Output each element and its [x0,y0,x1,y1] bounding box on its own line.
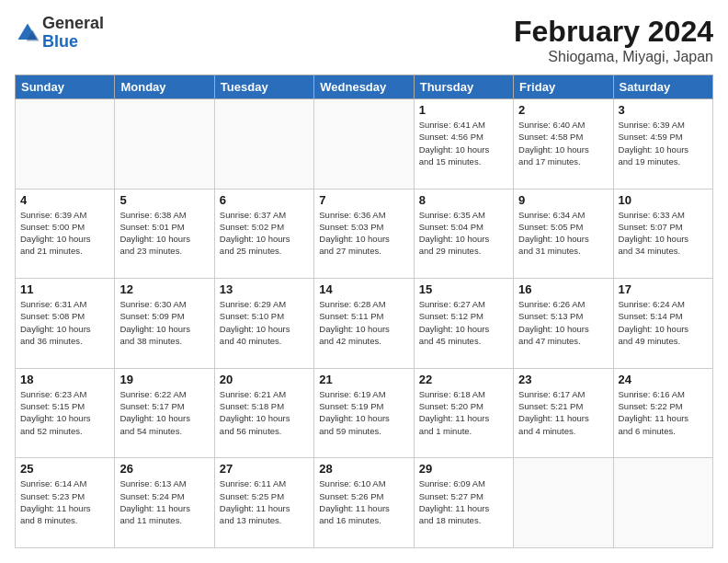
day-cell: 28Sunrise: 6:10 AM Sunset: 5:26 PM Dayli… [314,458,414,548]
day-cell: 6Sunrise: 6:37 AM Sunset: 5:02 PM Daylig… [214,189,313,279]
day-info: Sunrise: 6:40 AM Sunset: 4:58 PM Dayligh… [518,119,608,167]
day-cell [514,458,613,548]
day-cell: 27Sunrise: 6:11 AM Sunset: 5:25 PM Dayli… [214,458,313,548]
day-number: 7 [319,193,408,207]
day-info: Sunrise: 6:30 AM Sunset: 5:09 PM Dayligh… [119,298,209,347]
day-number: 28 [319,462,408,476]
day-info: Sunrise: 6:10 AM Sunset: 5:26 PM Dayligh… [319,477,408,526]
day-number: 20 [220,373,309,386]
week-row-2: 11Sunrise: 6:31 AM Sunset: 5:08 PM Dayli… [16,279,713,369]
day-number: 6 [220,193,309,207]
day-cell: 25Sunrise: 6:14 AM Sunset: 5:23 PM Dayli… [16,458,115,548]
main-title: February 2024 [514,15,713,49]
day-cell: 26Sunrise: 6:13 AM Sunset: 5:24 PM Dayli… [115,458,214,548]
day-cell: 19Sunrise: 6:22 AM Sunset: 5:17 PM Dayli… [115,368,214,458]
day-cell [214,99,313,190]
logo: General Blue [15,15,104,52]
weekday-sunday: Sunday [16,75,115,99]
day-number: 27 [220,462,309,476]
day-info: Sunrise: 6:16 AM Sunset: 5:22 PM Dayligh… [619,388,708,437]
day-cell: 13Sunrise: 6:29 AM Sunset: 5:10 PM Dayli… [214,279,313,369]
title-area: February 2024 Shiogama, Miyagi, Japan [514,15,713,65]
day-cell: 1Sunrise: 6:41 AM Sunset: 4:56 PM Daylig… [414,99,513,190]
day-number: 16 [518,282,608,296]
day-info: Sunrise: 6:37 AM Sunset: 5:02 PM Dayligh… [220,209,309,258]
day-cell: 2Sunrise: 6:40 AM Sunset: 4:58 PM Daylig… [514,99,613,190]
day-info: Sunrise: 6:24 AM Sunset: 5:14 PM Dayligh… [619,298,708,347]
day-number: 17 [619,282,708,296]
day-cell: 7Sunrise: 6:36 AM Sunset: 5:03 PM Daylig… [314,189,414,279]
day-cell: 9Sunrise: 6:34 AM Sunset: 5:05 PM Daylig… [514,189,613,279]
day-number: 1 [419,103,508,117]
day-cell: 12Sunrise: 6:30 AM Sunset: 5:09 PM Dayli… [115,279,214,369]
day-info: Sunrise: 6:27 AM Sunset: 5:12 PM Dayligh… [419,298,508,347]
day-cell: 8Sunrise: 6:35 AM Sunset: 5:04 PM Daylig… [414,189,513,279]
day-cell [16,99,115,190]
day-number: 8 [419,193,508,207]
subtitle: Shiogama, Miyagi, Japan [514,49,713,65]
day-info: Sunrise: 6:38 AM Sunset: 5:01 PM Dayligh… [119,209,209,258]
day-info: Sunrise: 6:09 AM Sunset: 5:27 PM Dayligh… [419,477,508,526]
day-number: 18 [20,373,109,386]
day-number: 14 [319,282,408,296]
day-info: Sunrise: 6:17 AM Sunset: 5:21 PM Dayligh… [518,388,608,437]
day-cell: 11Sunrise: 6:31 AM Sunset: 5:08 PM Dayli… [16,279,115,369]
day-info: Sunrise: 6:23 AM Sunset: 5:15 PM Dayligh… [20,388,109,437]
weekday-wednesday: Wednesday [314,75,414,99]
day-cell: 5Sunrise: 6:38 AM Sunset: 5:01 PM Daylig… [115,189,214,279]
week-row-0: 1Sunrise: 6:41 AM Sunset: 4:56 PM Daylig… [16,99,713,190]
day-number: 5 [119,193,209,207]
day-cell: 29Sunrise: 6:09 AM Sunset: 5:27 PM Dayli… [414,458,513,548]
day-number: 23 [518,373,608,386]
day-info: Sunrise: 6:41 AM Sunset: 4:56 PM Dayligh… [419,119,508,167]
day-number: 2 [518,103,608,117]
day-cell: 3Sunrise: 6:39 AM Sunset: 4:59 PM Daylig… [613,99,712,190]
day-info: Sunrise: 6:39 AM Sunset: 4:59 PM Dayligh… [619,119,708,167]
day-info: Sunrise: 6:26 AM Sunset: 5:13 PM Dayligh… [518,298,608,347]
calendar-table: Sunday Monday Tuesday Wednesday Thursday… [15,75,713,548]
page: General Blue February 2024 Shiogama, Miy… [0,0,728,563]
day-info: Sunrise: 6:31 AM Sunset: 5:08 PM Dayligh… [20,298,109,347]
day-number: 21 [319,373,408,386]
week-row-3: 18Sunrise: 6:23 AM Sunset: 5:15 PM Dayli… [16,368,713,458]
day-cell: 18Sunrise: 6:23 AM Sunset: 5:15 PM Dayli… [16,368,115,458]
day-number: 13 [220,282,309,296]
day-number: 11 [20,282,109,296]
day-cell: 15Sunrise: 6:27 AM Sunset: 5:12 PM Dayli… [414,279,513,369]
day-info: Sunrise: 6:28 AM Sunset: 5:11 PM Dayligh… [319,298,408,347]
day-info: Sunrise: 6:35 AM Sunset: 5:04 PM Dayligh… [419,209,508,258]
day-info: Sunrise: 6:14 AM Sunset: 5:23 PM Dayligh… [20,477,109,526]
day-cell: 20Sunrise: 6:21 AM Sunset: 5:18 PM Dayli… [214,368,313,458]
day-number: 25 [20,462,109,476]
day-number: 4 [20,193,109,207]
day-cell: 22Sunrise: 6:18 AM Sunset: 5:20 PM Dayli… [414,368,513,458]
day-cell: 14Sunrise: 6:28 AM Sunset: 5:11 PM Dayli… [314,279,414,369]
day-number: 3 [619,103,708,117]
day-cell: 17Sunrise: 6:24 AM Sunset: 5:14 PM Dayli… [613,279,712,369]
day-info: Sunrise: 6:19 AM Sunset: 5:19 PM Dayligh… [319,388,408,437]
day-number: 9 [518,193,608,207]
day-info: Sunrise: 6:34 AM Sunset: 5:05 PM Dayligh… [518,209,608,258]
day-cell: 4Sunrise: 6:39 AM Sunset: 5:00 PM Daylig… [16,189,115,279]
day-info: Sunrise: 6:21 AM Sunset: 5:18 PM Dayligh… [220,388,309,437]
day-number: 22 [419,373,508,386]
logo-text: General Blue [42,15,104,52]
day-info: Sunrise: 6:39 AM Sunset: 5:00 PM Dayligh… [20,209,109,258]
logo-icon [15,20,40,46]
weekday-thursday: Thursday [414,75,513,99]
week-row-1: 4Sunrise: 6:39 AM Sunset: 5:00 PM Daylig… [16,189,713,279]
day-cell: 21Sunrise: 6:19 AM Sunset: 5:19 PM Dayli… [314,368,414,458]
day-cell [314,99,414,190]
day-cell: 10Sunrise: 6:33 AM Sunset: 5:07 PM Dayli… [613,189,712,279]
day-info: Sunrise: 6:18 AM Sunset: 5:20 PM Dayligh… [419,388,508,437]
weekday-header-row: Sunday Monday Tuesday Wednesday Thursday… [16,75,713,99]
header: General Blue February 2024 Shiogama, Miy… [15,15,713,65]
day-cell: 24Sunrise: 6:16 AM Sunset: 5:22 PM Dayli… [613,368,712,458]
weekday-tuesday: Tuesday [214,75,313,99]
day-cell [613,458,712,548]
day-number: 26 [119,462,209,476]
weekday-saturday: Saturday [613,75,712,99]
day-number: 29 [419,462,508,476]
weekday-friday: Friday [514,75,613,99]
day-info: Sunrise: 6:11 AM Sunset: 5:25 PM Dayligh… [220,477,309,526]
